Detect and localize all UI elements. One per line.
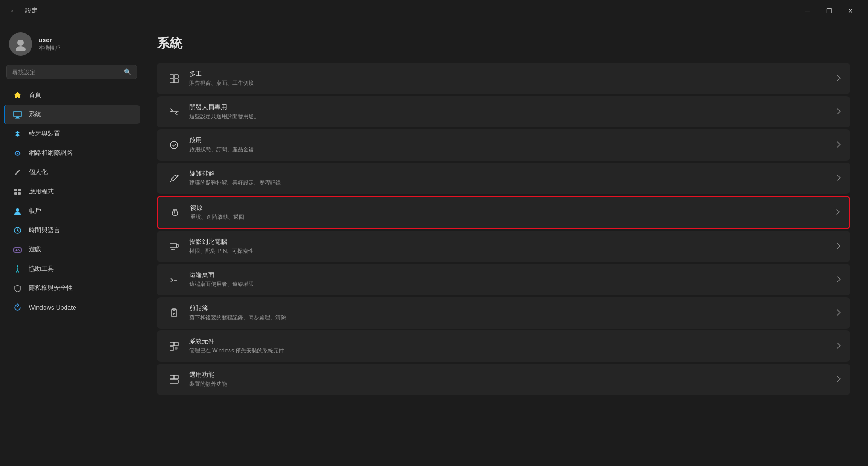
content-area: 系統 多工貼齊視窗、桌面、工作切換開發人員專用這些設定只適用於開發用途。啟用啟用… [144,22,868,466]
setting-row-project[interactable]: 投影到此電腦權限、配對 PIN、可探索性 [157,231,850,262]
sidebar-item-accessibility[interactable]: 協助工具 [4,259,140,278]
restore-button[interactable]: ❐ [819,4,839,18]
troubleshoot-icon [166,170,182,186]
search-icon: 🔍 [124,68,131,75]
components-chevron [837,342,841,351]
optional-icon [166,371,182,387]
bluetooth-icon [13,129,22,139]
svg-rect-6 [14,189,17,191]
multitask-chevron [837,75,841,83]
sidebar-item-label-apps: 應用程式 [29,188,54,196]
optional-chevron [837,375,841,384]
titlebar: ← 設定 ─ ❐ ✕ [0,0,868,22]
developer-chevron [837,108,841,116]
svg-rect-4 [15,118,20,119]
main-layout: user 本機帳戶 🔍 首頁系統藍牙與裝置網路和網際網路個人化應用程式帳戶時間與… [0,22,868,466]
setting-row-multitask[interactable]: 多工貼齊視窗、桌面、工作切換 [157,63,850,94]
search-wrap: 🔍 [0,65,144,85]
user-name: user [39,36,60,44]
sidebar-item-system[interactable]: 系統 [4,105,140,124]
personalize-icon [13,167,22,177]
clipboard-icon [166,305,182,321]
sidebar-item-windows_update[interactable]: Windows Update [4,298,140,317]
accessibility-icon [13,264,22,274]
optional-title: 選用功能 [189,371,832,379]
svg-rect-3 [16,117,19,118]
svg-rect-16 [170,75,174,78]
accounts-icon [13,206,22,216]
project-sub: 權限、配對 PIN、可探索性 [189,247,832,255]
optional-sub: 裝置的額外功能 [189,380,832,388]
optional-text: 選用功能裝置的額外功能 [189,371,832,388]
svg-point-20 [170,141,178,149]
setting-row-components[interactable]: 系統元件管理已在 Windows 預先安裝的系統元件 [157,330,850,362]
nav-list: 首頁系統藍牙與裝置網路和網際網路個人化應用程式帳戶時間與語言遊戲協助工具隱私權與… [0,85,144,317]
back-button[interactable]: ← [7,4,20,17]
user-sub: 本機帳戶 [39,44,60,52]
setting-row-troubleshoot[interactable]: 疑難排解建議的疑難排解、喜好設定、歷程記錄 [157,163,850,194]
sidebar-item-label-network: 網路和網際網路 [29,149,73,157]
developer-title: 開發人員專用 [189,103,832,111]
sidebar-item-personalize[interactable]: 個人化 [4,163,140,182]
setting-row-remote[interactable]: 遠端桌面遠端桌面使用者、連線權限 [157,264,850,295]
components-text: 系統元件管理已在 Windows 預先安裝的系統元件 [189,338,832,355]
sidebar-item-network[interactable]: 網路和網際網路 [4,144,140,163]
svg-point-1 [16,46,26,51]
sidebar-item-accounts[interactable]: 帳戶 [4,202,140,220]
sidebar-item-home[interactable]: 首頁 [4,86,140,105]
apps-icon [13,187,22,197]
sidebar-item-label-personalize: 個人化 [29,168,48,176]
sidebar-item-apps[interactable]: 應用程式 [4,182,140,201]
troubleshoot-sub: 建議的疑難排解、喜好設定、歷程記錄 [189,179,832,187]
svg-rect-23 [176,244,178,247]
minimize-button[interactable]: ─ [797,4,818,18]
sidebar-item-label-home: 首頁 [29,91,41,99]
troubleshoot-text: 疑難排解建議的疑難排解、喜好設定、歷程記錄 [189,170,832,187]
close-button[interactable]: ✕ [840,4,861,18]
components-icon [166,338,182,354]
setting-row-developer[interactable]: 開發人員專用這些設定只適用於開發用途。 [157,96,850,127]
svg-rect-27 [174,342,178,346]
recovery-text: 復原重設、進階啟動、返回 [190,204,831,221]
user-section[interactable]: user 本機帳戶 [0,26,144,65]
sidebar-item-label-privacy: 隱私權與安全性 [29,284,73,292]
multitask-icon [166,70,182,87]
network-icon [13,148,22,158]
sidebar-item-bluetooth[interactable]: 藍牙與裝置 [4,124,140,143]
multitask-text: 多工貼齊視窗、桌面、工作切換 [189,70,832,87]
setting-row-activation[interactable]: 啟用啟用狀態、訂閱、產品金鑰 [157,129,850,161]
setting-row-recovery[interactable]: 復原重設、進階啟動、返回 [157,196,850,229]
search-box: 🔍 [6,65,137,79]
recovery-sub: 重設、進階啟動、返回 [190,213,831,221]
developer-icon [166,104,182,120]
svg-rect-30 [170,375,174,379]
user-info: user 本機帳戶 [39,36,60,52]
setting-row-optional[interactable]: 選用功能裝置的額外功能 [157,364,850,395]
sidebar-item-gaming[interactable]: 遊戲 [4,240,140,259]
gaming-icon [13,245,22,255]
svg-rect-7 [18,189,21,191]
window-controls: ─ ❐ ✕ [797,4,861,18]
svg-point-10 [16,208,19,212]
troubleshoot-title: 疑難排解 [189,170,832,178]
system-icon [13,110,22,119]
sidebar-item-time[interactable]: 時間與語言 [4,221,140,240]
privacy-icon [13,283,22,293]
clipboard-title: 剪貼簿 [189,304,832,312]
project-chevron [837,242,841,251]
svg-rect-31 [174,375,178,379]
setting-row-clipboard[interactable]: 剪貼簿剪下和複製的歷程記錄、同步處理、清除 [157,297,850,329]
svg-point-13 [18,249,19,250]
remote-chevron [837,276,841,284]
clipboard-chevron [837,309,841,317]
activation-chevron [837,141,841,149]
svg-rect-2 [14,111,21,117]
clipboard-text: 剪貼簿剪下和複製的歷程記錄、同步處理、清除 [189,304,832,321]
sidebar-item-privacy[interactable]: 隱私權與安全性 [4,279,140,298]
svg-rect-28 [170,347,174,350]
sidebar-item-label-accounts: 帳戶 [29,207,41,215]
project-title: 投影到此電腦 [189,238,832,246]
search-input[interactable] [12,69,120,75]
project-text: 投影到此電腦權限、配對 PIN、可探索性 [189,238,832,255]
sidebar-item-label-gaming: 遊戲 [29,246,41,254]
